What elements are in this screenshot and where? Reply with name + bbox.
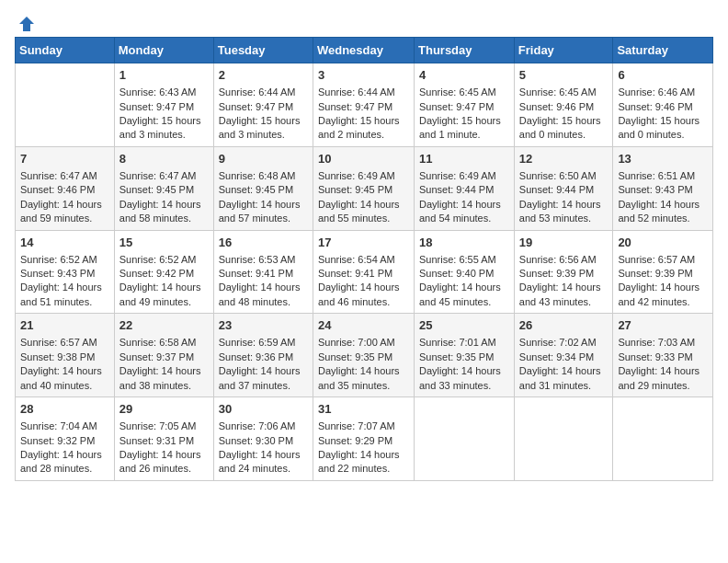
day-number: 18	[419, 235, 509, 251]
cell-content: Sunrise: 6:52 AM Sunset: 9:42 PM Dayligh…	[119, 253, 209, 310]
day-number: 1	[119, 67, 209, 84]
day-number: 9	[219, 151, 308, 167]
day-number: 19	[519, 235, 609, 251]
day-number: 7	[20, 151, 109, 167]
calendar-cell: 12Sunrise: 6:50 AM Sunset: 9:44 PM Dayli…	[514, 146, 613, 230]
day-number: 20	[618, 235, 708, 251]
day-number: 15	[119, 235, 209, 251]
cell-content: Sunrise: 6:58 AM Sunset: 9:37 PM Dayligh…	[119, 336, 209, 393]
header-wednesday: Wednesday	[313, 38, 414, 63]
week-row-5: 28Sunrise: 7:04 AM Sunset: 9:32 PM Dayli…	[16, 397, 713, 481]
day-number: 11	[419, 151, 509, 167]
calendar-cell: 23Sunrise: 6:59 AM Sunset: 9:36 PM Dayli…	[213, 314, 313, 397]
calendar-cell: 3Sunrise: 6:44 AM Sunset: 9:47 PM Daylig…	[313, 63, 414, 147]
week-row-4: 21Sunrise: 6:57 AM Sunset: 9:38 PM Dayli…	[16, 314, 713, 397]
header-friday: Friday	[514, 38, 613, 63]
cell-content: Sunrise: 6:54 AM Sunset: 9:41 PM Dayligh…	[318, 253, 409, 310]
cell-content: Sunrise: 7:01 AM Sunset: 9:35 PM Dayligh…	[419, 336, 509, 393]
cell-content: Sunrise: 6:59 AM Sunset: 9:36 PM Dayligh…	[219, 336, 308, 393]
cell-content: Sunrise: 6:47 AM Sunset: 9:45 PM Dayligh…	[119, 169, 209, 226]
calendar-cell	[415, 397, 515, 481]
calendar-cell: 19Sunrise: 6:56 AM Sunset: 9:39 PM Dayli…	[514, 230, 613, 314]
calendar-cell	[16, 63, 115, 147]
cell-content: Sunrise: 6:55 AM Sunset: 9:40 PM Dayligh…	[419, 253, 509, 310]
svg-marker-0	[19, 17, 34, 31]
calendar-cell: 18Sunrise: 6:55 AM Sunset: 9:40 PM Dayli…	[415, 230, 515, 314]
day-number: 23	[219, 317, 308, 334]
calendar-cell: 14Sunrise: 6:52 AM Sunset: 9:43 PM Dayli…	[16, 230, 115, 314]
page-header	[15, 15, 713, 29]
day-number: 27	[618, 317, 708, 334]
cell-content: Sunrise: 6:44 AM Sunset: 9:47 PM Dayligh…	[219, 86, 308, 143]
calendar-cell: 22Sunrise: 6:58 AM Sunset: 9:37 PM Dayli…	[114, 314, 213, 397]
day-number: 6	[618, 67, 708, 84]
cell-content: Sunrise: 6:56 AM Sunset: 9:39 PM Dayligh…	[519, 253, 609, 310]
day-number: 3	[318, 67, 409, 84]
calendar-cell: 20Sunrise: 6:57 AM Sunset: 9:39 PM Dayli…	[613, 230, 713, 314]
cell-content: Sunrise: 6:47 AM Sunset: 9:46 PM Dayligh…	[20, 169, 109, 226]
cell-content: Sunrise: 6:46 AM Sunset: 9:46 PM Dayligh…	[618, 86, 708, 143]
calendar-cell: 6Sunrise: 6:46 AM Sunset: 9:46 PM Daylig…	[613, 63, 713, 147]
day-number: 22	[119, 317, 209, 334]
cell-content: Sunrise: 7:04 AM Sunset: 9:32 PM Dayligh…	[20, 419, 109, 477]
cell-content: Sunrise: 6:49 AM Sunset: 9:44 PM Dayligh…	[419, 169, 509, 226]
day-number: 21	[20, 317, 109, 334]
calendar-cell: 28Sunrise: 7:04 AM Sunset: 9:32 PM Dayli…	[16, 397, 115, 481]
calendar-cell: 8Sunrise: 6:47 AM Sunset: 9:45 PM Daylig…	[114, 146, 213, 230]
calendar-cell: 5Sunrise: 6:45 AM Sunset: 9:46 PM Daylig…	[514, 63, 613, 147]
calendar-cell	[613, 397, 713, 481]
cell-content: Sunrise: 7:00 AM Sunset: 9:35 PM Dayligh…	[318, 336, 409, 393]
calendar-cell: 30Sunrise: 7:06 AM Sunset: 9:30 PM Dayli…	[213, 397, 313, 481]
cell-content: Sunrise: 6:45 AM Sunset: 9:46 PM Dayligh…	[519, 86, 609, 143]
calendar-cell: 11Sunrise: 6:49 AM Sunset: 9:44 PM Dayli…	[415, 146, 515, 230]
day-number: 13	[618, 151, 708, 167]
day-number: 14	[20, 235, 109, 251]
cell-content: Sunrise: 6:52 AM Sunset: 9:43 PM Dayligh…	[20, 253, 109, 310]
day-number: 8	[119, 151, 209, 167]
calendar-cell: 1Sunrise: 6:43 AM Sunset: 9:47 PM Daylig…	[114, 63, 213, 147]
cell-content: Sunrise: 6:51 AM Sunset: 9:43 PM Dayligh…	[618, 169, 708, 226]
cell-content: Sunrise: 6:49 AM Sunset: 9:45 PM Dayligh…	[318, 169, 409, 226]
day-number: 30	[219, 401, 308, 418]
cell-content: Sunrise: 6:57 AM Sunset: 9:39 PM Dayligh…	[618, 253, 708, 310]
cell-content: Sunrise: 7:06 AM Sunset: 9:30 PM Dayligh…	[219, 419, 308, 477]
header-sunday: Sunday	[16, 38, 115, 63]
calendar-cell: 4Sunrise: 6:45 AM Sunset: 9:47 PM Daylig…	[415, 63, 515, 147]
calendar-cell	[514, 397, 613, 481]
calendar-cell: 21Sunrise: 6:57 AM Sunset: 9:38 PM Dayli…	[16, 314, 115, 397]
day-number: 12	[519, 151, 609, 167]
day-number: 25	[419, 317, 509, 334]
day-number: 17	[318, 235, 409, 251]
cell-content: Sunrise: 6:57 AM Sunset: 9:38 PM Dayligh…	[20, 336, 109, 393]
cell-content: Sunrise: 6:44 AM Sunset: 9:47 PM Dayligh…	[318, 86, 409, 143]
calendar-cell: 17Sunrise: 6:54 AM Sunset: 9:41 PM Dayli…	[313, 230, 414, 314]
cell-content: Sunrise: 7:07 AM Sunset: 9:29 PM Dayligh…	[318, 419, 409, 477]
day-number: 2	[219, 67, 308, 84]
calendar-cell: 26Sunrise: 7:02 AM Sunset: 9:34 PM Dayli…	[514, 314, 613, 397]
header-tuesday: Tuesday	[213, 38, 313, 63]
day-number: 31	[318, 401, 409, 418]
day-number: 28	[20, 401, 109, 418]
week-row-2: 7Sunrise: 6:47 AM Sunset: 9:46 PM Daylig…	[16, 146, 713, 230]
day-number: 5	[519, 67, 609, 84]
calendar-cell: 24Sunrise: 7:00 AM Sunset: 9:35 PM Dayli…	[313, 314, 414, 397]
logo	[15, 15, 36, 29]
calendar-cell: 25Sunrise: 7:01 AM Sunset: 9:35 PM Dayli…	[415, 314, 515, 397]
calendar-cell: 31Sunrise: 7:07 AM Sunset: 9:29 PM Dayli…	[313, 397, 414, 481]
cell-content: Sunrise: 6:48 AM Sunset: 9:45 PM Dayligh…	[219, 169, 308, 226]
cell-content: Sunrise: 6:45 AM Sunset: 9:47 PM Dayligh…	[419, 86, 509, 143]
cell-content: Sunrise: 7:05 AM Sunset: 9:31 PM Dayligh…	[119, 419, 209, 477]
cell-content: Sunrise: 7:02 AM Sunset: 9:34 PM Dayligh…	[519, 336, 609, 393]
day-number: 16	[219, 235, 308, 251]
calendar-cell: 13Sunrise: 6:51 AM Sunset: 9:43 PM Dayli…	[613, 146, 713, 230]
day-number: 26	[519, 317, 609, 334]
day-number: 10	[318, 151, 409, 167]
calendar-cell: 29Sunrise: 7:05 AM Sunset: 9:31 PM Dayli…	[114, 397, 213, 481]
calendar-cell: 7Sunrise: 6:47 AM Sunset: 9:46 PM Daylig…	[16, 146, 115, 230]
week-row-1: 1Sunrise: 6:43 AM Sunset: 9:47 PM Daylig…	[16, 63, 713, 147]
day-number: 29	[119, 401, 209, 418]
calendar-cell: 10Sunrise: 6:49 AM Sunset: 9:45 PM Dayli…	[313, 146, 414, 230]
cell-content: Sunrise: 7:03 AM Sunset: 9:33 PM Dayligh…	[618, 336, 708, 393]
calendar-cell: 27Sunrise: 7:03 AM Sunset: 9:33 PM Dayli…	[613, 314, 713, 397]
calendar-cell: 15Sunrise: 6:52 AM Sunset: 9:42 PM Dayli…	[114, 230, 213, 314]
